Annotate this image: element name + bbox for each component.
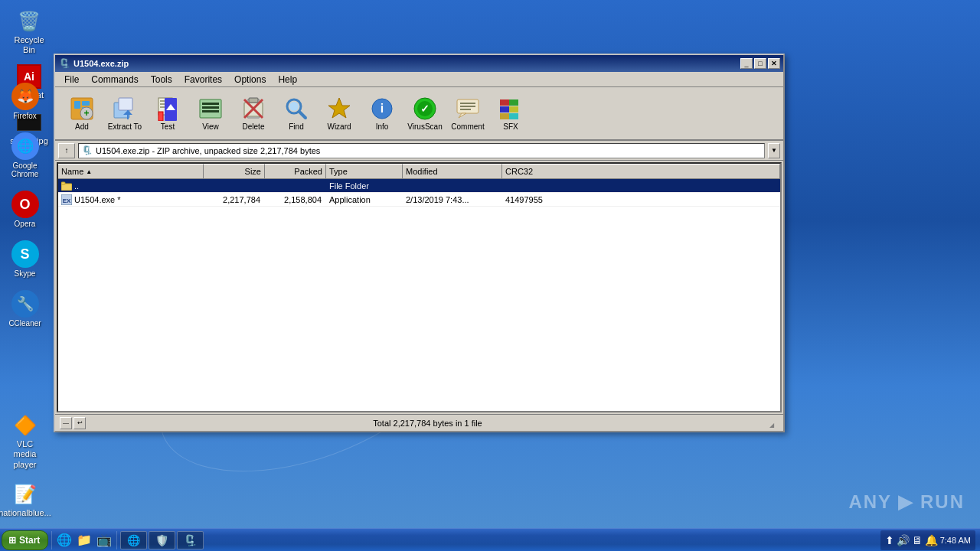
- file-packed-cell: 2,158,804: [265, 194, 326, 205]
- sidebar-icon-firefox[interactable]: 🦊 Firefox: [2, 80, 48, 123]
- toolbar-find-button[interactable]: Find: [276, 90, 317, 137]
- close-button[interactable]: ✕: [768, 58, 780, 69]
- menu-commands[interactable]: Commands: [85, 73, 144, 86]
- taskbar-antivirus-task[interactable]: 🛡️: [149, 531, 175, 549]
- toolbar-sfx-button[interactable]: SFX: [490, 90, 531, 137]
- svg-rect-47: [61, 182, 65, 184]
- taskbar-winrar-task[interactable]: 🗜️: [177, 531, 204, 549]
- status-icon-1[interactable]: —: [60, 417, 72, 429]
- address-field[interactable]: 🗜️ U1504.exe.zip - ZIP archive, unpacked…: [78, 143, 765, 158]
- sidebar-icon-ccleaner[interactable]: 🔧 CCleaner: [2, 287, 48, 331]
- table-row[interactable]: EX U1504.exe * 2,217,784 2,158,804: [58, 193, 780, 207]
- column-header-name[interactable]: Name ▲: [58, 164, 204, 178]
- file-crc32-cell: [502, 185, 780, 187]
- taskbar-chrome-task[interactable]: 🌐: [120, 531, 147, 549]
- sidebar-icon-chrome[interactable]: 🌐 Google Chrome: [2, 129, 48, 181]
- svg-rect-45: [509, 113, 518, 119]
- column-header-type[interactable]: Type: [326, 164, 403, 178]
- menu-bar: File Commands Tools Favorites Options He…: [55, 72, 783, 87]
- svg-rect-23: [249, 98, 258, 103]
- taskbar-ie-icon[interactable]: 🌐: [55, 531, 74, 549]
- menu-options[interactable]: Options: [228, 73, 272, 86]
- file-modified-cell: 2/13/2019 7:43...: [403, 194, 502, 205]
- svg-line-28: [299, 112, 305, 118]
- test-icon: [155, 96, 180, 121]
- tray-volume-icon[interactable]: 🔊: [897, 534, 910, 546]
- firefox-label: Firefox: [13, 112, 37, 120]
- test-label: Test: [161, 122, 175, 131]
- add-label: Add: [75, 122, 89, 131]
- column-header-packed[interactable]: Packed: [265, 164, 326, 178]
- tray-network-icon[interactable]: ⬆: [885, 534, 894, 546]
- svg-rect-2: [82, 101, 90, 106]
- toolbar-comment-button[interactable]: Comment: [447, 90, 488, 137]
- sidebar-icons: 🦊 Firefox 🌐 Google Chrome O Opera S Skyp…: [0, 77, 50, 334]
- menu-favorites[interactable]: Favorites: [178, 73, 228, 86]
- window-title: U1504.exe.zip: [74, 59, 129, 68]
- file-rows: .. File Folder: [58, 179, 780, 411]
- menu-tools[interactable]: Tools: [145, 73, 178, 86]
- toolbar-test-button[interactable]: Test: [147, 90, 188, 137]
- status-icons: — ↩: [60, 417, 86, 429]
- svg-rect-39: [460, 109, 471, 110]
- navigate-up-button[interactable]: ↑: [58, 143, 75, 158]
- tray-display-icon[interactable]: 🖥: [912, 534, 923, 546]
- add-icon: +: [70, 96, 94, 121]
- virusscan-icon: ✓: [413, 96, 437, 121]
- toolbar-extract-button[interactable]: Extract To: [104, 90, 145, 137]
- sidebar-icon-opera[interactable]: O Opera: [2, 187, 48, 231]
- toolbar-info-button[interactable]: i Info: [361, 90, 403, 137]
- extract-icon: [113, 96, 137, 121]
- taskbar-divider-2: [116, 531, 117, 549]
- sidebar-icon-skype[interactable]: S Skype: [2, 237, 48, 281]
- winrar-title-icon: 🗜️: [58, 57, 70, 70]
- desktop-icon-word[interactable]: 📝 nationalblue...: [2, 479, 48, 521]
- svg-rect-40: [500, 99, 509, 106]
- column-header-crc32[interactable]: CRC32: [502, 164, 780, 178]
- delete-label: Delete: [243, 122, 265, 131]
- taskbar-media-icon[interactable]: 📺: [95, 531, 113, 549]
- view-icon: [198, 96, 223, 121]
- minimize-button[interactable]: _: [740, 58, 753, 69]
- chrome-icon: 🌐: [11, 132, 39, 160]
- address-dropdown-button[interactable]: ▼: [768, 143, 780, 158]
- desktop: 🗑️ Recycle Bin Ai Acrobat saldec.jpg 🦊 F…: [0, 0, 980, 551]
- delete-icon: [241, 96, 266, 121]
- status-icon-2[interactable]: ↩: [74, 417, 86, 429]
- desktop-icon-recycle-bin[interactable]: 🗑️ Recycle Bin: [6, 6, 52, 58]
- taskbar-folder-icon[interactable]: 📁: [75, 531, 93, 549]
- status-text: Total 2,217,784 bytes in 1 file: [89, 419, 766, 428]
- toolbar-delete-button[interactable]: Delete: [233, 90, 274, 137]
- comment-icon: [456, 96, 480, 121]
- tray-notify-icon[interactable]: 🔔: [925, 534, 938, 546]
- vlc-icon: 🔶: [13, 413, 38, 438]
- toolbar-virusscan-button[interactable]: ✓ VirusScan: [404, 90, 446, 137]
- word-icon: 📝: [13, 482, 38, 507]
- system-clock[interactable]: 7:48 AM: [940, 536, 971, 545]
- desktop-icon-vlc[interactable]: 🔶 VLC media player: [2, 410, 48, 473]
- file-name-cell: EX U1504.exe *: [58, 194, 204, 206]
- menu-help[interactable]: Help: [272, 73, 303, 86]
- svg-rect-44: [500, 113, 509, 119]
- maximize-button[interactable]: □: [754, 58, 766, 69]
- comment-label: Comment: [451, 122, 484, 131]
- svg-rect-1: [74, 101, 80, 109]
- svg-marker-36: [459, 113, 466, 118]
- table-row[interactable]: .. File Folder: [58, 179, 780, 193]
- wizard-icon: [327, 96, 351, 121]
- sort-arrow-icon: ▲: [86, 168, 92, 175]
- extract-label: Extract To: [108, 122, 142, 131]
- menu-file[interactable]: File: [58, 73, 85, 86]
- address-text: U1504.exe.zip - ZIP archive, unpacked si…: [96, 146, 320, 155]
- resize-handle[interactable]: ◢: [769, 422, 779, 431]
- taskbar-divider: [51, 531, 52, 549]
- toolbar-add-button[interactable]: + Add: [61, 90, 103, 137]
- column-header-size[interactable]: Size: [204, 164, 265, 178]
- start-icon: ⊞: [8, 535, 16, 546]
- toolbar-wizard-button[interactable]: Wizard: [318, 90, 360, 137]
- start-button[interactable]: ⊞ Start: [2, 530, 48, 550]
- opera-label: Opera: [15, 220, 36, 228]
- svg-text:+: +: [83, 108, 89, 119]
- toolbar-view-button[interactable]: View: [190, 90, 231, 137]
- column-header-modified[interactable]: Modified: [403, 164, 502, 178]
